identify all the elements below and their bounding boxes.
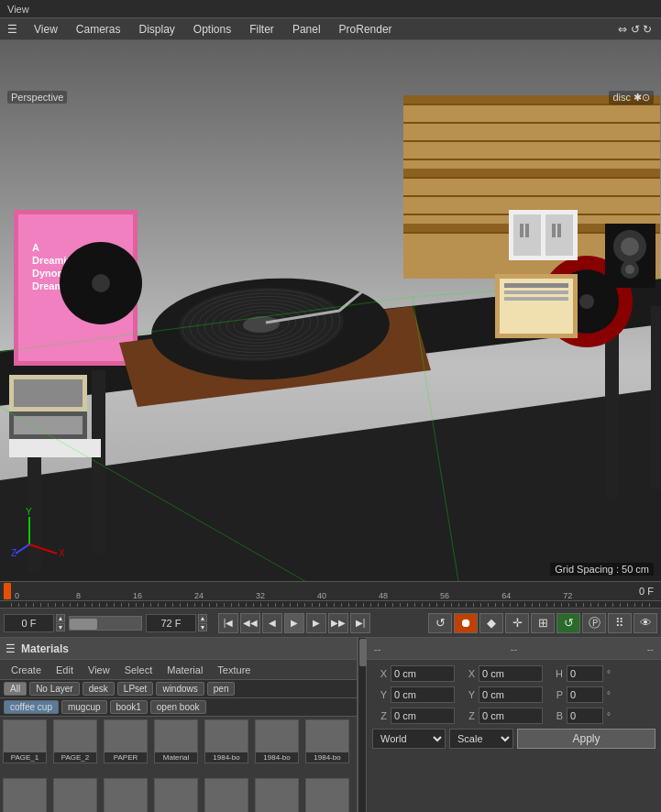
apply-button[interactable]: Apply (517, 729, 655, 749)
attr-field-cz1[interactable] (479, 708, 543, 724)
attr-field-p[interactable] (567, 686, 603, 703)
end-frame-stepper[interactable]: ▲ ▼ (198, 614, 207, 631)
go-end-button[interactable]: ▶| (350, 613, 370, 633)
next-frame-button[interactable]: ▶▶ (328, 613, 348, 633)
ruler-minor-ticks (0, 601, 661, 609)
mat-tab-nolayer[interactable]: No Layer (29, 682, 80, 696)
prev-frame-button[interactable]: ◀◀ (240, 613, 260, 633)
attr-label-y1: Y (372, 689, 387, 700)
mat-tab-lpset[interactable]: LPset (117, 682, 154, 696)
menu-bar: ☰ View Cameras Display Options Filter Pa… (0, 18, 661, 40)
attr-deg-b: ° (607, 711, 611, 721)
viewport-perspective-label: Perspective (7, 91, 67, 104)
mat-menu-create[interactable]: Create (4, 660, 49, 679)
world-scale-row: World Scale Apply (372, 729, 655, 749)
mat-menu-select[interactable]: Select (117, 660, 160, 679)
materials-header: ☰ Materials (0, 638, 357, 660)
materials-hamburger[interactable]: ☰ (6, 642, 16, 655)
attr-label-p: P (548, 689, 563, 700)
attr-label-cz1: Z (460, 710, 475, 721)
mat-tab-windows[interactable]: windows (156, 682, 204, 696)
prev-step-button[interactable]: ◀ (262, 613, 282, 633)
mat-named-openbook[interactable]: open book (150, 700, 206, 714)
next-step-button[interactable]: ▶ (306, 613, 326, 633)
attr-field-y1[interactable] (391, 686, 455, 703)
motion-button[interactable]: ✛ (505, 613, 529, 633)
attr-label-cx1: X (460, 668, 475, 679)
mat-swatch-page1[interactable]: PAGE_1 (3, 719, 47, 763)
world-dropdown[interactable]: World (372, 729, 446, 749)
attr-field-z1[interactable] (391, 708, 455, 724)
mat-swatch-r2-6[interactable] (255, 778, 299, 812)
green-button[interactable]: ↺ (556, 613, 580, 633)
attr-row-y: Y Y P ° (372, 686, 655, 703)
timeline-mini-slider[interactable] (69, 616, 142, 631)
menu-hamburger-icon[interactable]: ☰ (0, 18, 25, 39)
mat-swatch-1984-red[interactable]: 1984-bo (305, 719, 349, 763)
svg-text:Z: Z (11, 548, 17, 558)
mat-named-book1[interactable]: book1 (110, 700, 148, 714)
end-frame-field[interactable]: 72 F (146, 614, 196, 632)
mat-swatch-r2-1[interactable] (3, 778, 47, 812)
mat-swatch-page2[interactable]: PAGE_2 (53, 719, 97, 763)
loop-button[interactable]: ↺ (428, 613, 452, 633)
mat-swatch-material[interactable]: Material (154, 719, 198, 763)
start-frame-field[interactable]: 0 F (4, 614, 54, 632)
attr-row-x: X X H ° (372, 665, 655, 682)
mat-menu-view[interactable]: View (81, 660, 117, 679)
attr-dash-right: -- (647, 643, 654, 654)
attr-label-b: B (548, 710, 563, 721)
svg-line-2 (29, 544, 57, 554)
bottom-split: ☰ Materials Create Edit View Select Mate… (0, 638, 661, 812)
materials-panel: ☰ Materials Create Edit View Select Mate… (0, 638, 358, 812)
go-start-button[interactable]: |◀ (218, 613, 238, 633)
timeline-ruler[interactable]: 0 8 16 24 32 40 48 56 64 72 0 F (0, 581, 661, 601)
attr-field-b[interactable] (567, 708, 603, 724)
render-button[interactable]: Ⓟ (582, 613, 606, 633)
attr-field-cy1[interactable] (479, 686, 543, 703)
mat-menu-texture[interactable]: Texture (210, 660, 258, 679)
timeline-playhead (4, 583, 11, 599)
mat-tab-pen[interactable]: pen (207, 682, 236, 696)
path-button[interactable]: ⊞ (531, 613, 555, 633)
mat-swatch-r2-4[interactable] (154, 778, 198, 812)
attr-field-cx1[interactable] (479, 665, 543, 682)
menu-item-options[interactable]: Options (184, 18, 240, 39)
viewport[interactable]: Perspective disc ✱⊙ Grid Spacing : 50 cm… (0, 40, 661, 581)
mat-named-mugcup[interactable]: mugcup (61, 700, 107, 714)
attr-field-x1[interactable] (391, 665, 455, 682)
menu-item-view[interactable]: View (25, 18, 67, 39)
mat-swatch-paper[interactable]: PAPER (104, 719, 148, 763)
menu-item-prorender[interactable]: ProRender (330, 18, 402, 39)
menu-item-filter[interactable]: Filter (240, 18, 283, 39)
start-frame-stepper[interactable]: ▲ ▼ (56, 614, 65, 631)
materials-scrollbar[interactable] (358, 638, 367, 812)
mat-swatch-r2-3[interactable] (104, 778, 148, 812)
eye-button[interactable]: 👁 (633, 613, 657, 633)
attr-field-h[interactable] (567, 665, 603, 682)
mat-menu-edit[interactable]: Edit (49, 660, 81, 679)
mat-swatch-1984-eye[interactable]: 1984-bo (255, 719, 299, 763)
svg-text:Y: Y (26, 508, 32, 517)
record-button[interactable]: ⏺ (454, 613, 478, 633)
mat-named-coffee[interactable]: coffee cup (4, 700, 59, 714)
grid-button[interactable]: ⠿ (608, 613, 632, 633)
mat-swatch-r2-5[interactable] (204, 778, 248, 812)
play-button[interactable]: ▶ (284, 613, 304, 633)
mat-tab-all[interactable]: All (4, 682, 27, 696)
attr-label-cy1: Y (460, 689, 475, 700)
mat-swatch-1984-dark[interactable]: 1984-bo (204, 719, 248, 763)
mat-menu-material[interactable]: Material (160, 660, 210, 679)
menu-item-panel[interactable]: Panel (283, 18, 330, 39)
materials-grid: PAGE_1 PAGE_2 PAPER Material 1984-bo 198… (0, 717, 357, 812)
mat-swatch-r2-7[interactable] (305, 778, 349, 812)
menu-item-cameras[interactable]: Cameras (67, 18, 130, 39)
materials-menu-bar: Create Edit View Select Material Texture (0, 660, 357, 680)
axis-indicator: Y X Z (11, 508, 66, 563)
mat-tab-desk[interactable]: desk (83, 682, 115, 696)
scale-dropdown[interactable]: Scale (449, 729, 513, 749)
attr-label-h: H (548, 668, 563, 679)
menu-item-display[interactable]: Display (129, 18, 183, 39)
mat-swatch-r2-2[interactable] (53, 778, 97, 812)
keyframe-button[interactable]: ◆ (479, 613, 503, 633)
